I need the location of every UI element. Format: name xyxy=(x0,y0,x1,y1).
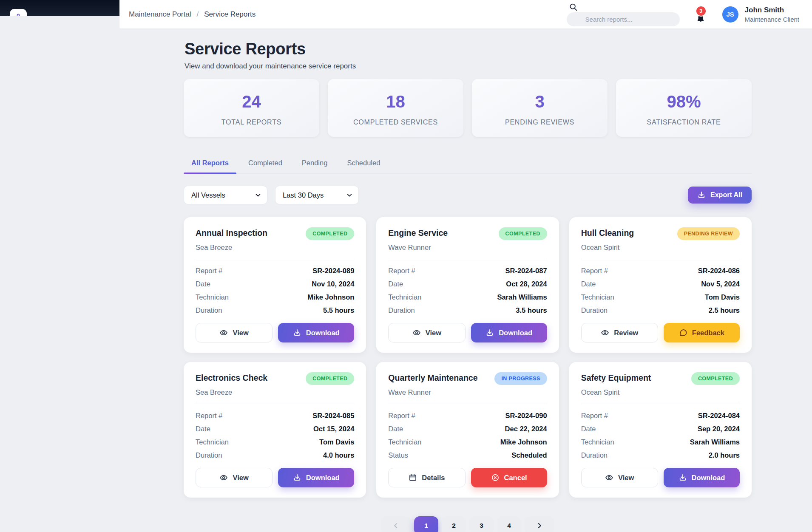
report-fields: Report # SR-2024-086 Date Nov 5, 2024 Te… xyxy=(581,267,740,314)
vessel-name: Sea Breeze xyxy=(196,388,354,396)
stat-label: TOTAL REPORTS xyxy=(221,119,281,126)
status-badge: COMPLETED xyxy=(499,227,547,240)
app-logo[interactable] xyxy=(10,9,27,16)
field-label: Status xyxy=(388,451,408,459)
search-input[interactable] xyxy=(567,12,680,26)
field-value: Sep 20, 2024 xyxy=(698,425,740,433)
next-page-button[interactable] xyxy=(525,516,554,532)
report-field-row: Date Oct 15, 2024 xyxy=(196,425,354,433)
field-label: Duration xyxy=(581,306,608,314)
breadcrumb-item-portal[interactable]: Maintenance Portal xyxy=(129,10,191,19)
field-value: 2.5 hours xyxy=(709,306,740,314)
action-label: Download xyxy=(499,329,532,337)
avatar[interactable]: JS xyxy=(722,6,738,23)
download-icon xyxy=(485,328,494,337)
tab-scheduled[interactable]: Scheduled xyxy=(339,155,388,173)
page-4-button[interactable]: 4 xyxy=(497,516,521,532)
eye-icon xyxy=(219,473,228,482)
action-label: Feedback xyxy=(692,329,724,337)
prev-page-button[interactable] xyxy=(381,516,411,532)
download-button[interactable]: Download xyxy=(278,468,354,487)
tab-pending[interactable]: Pending xyxy=(294,155,335,173)
view-button[interactable]: View xyxy=(388,323,465,342)
stats-row: 24 TOTAL REPORTS 18 COMPLETED SERVICES 3… xyxy=(184,79,752,137)
cancel-button[interactable]: Cancel xyxy=(471,468,547,487)
page-3-button[interactable]: 3 xyxy=(469,516,494,532)
action-label: Download xyxy=(692,474,725,482)
review-button[interactable]: Review xyxy=(581,323,658,342)
view-button[interactable]: View xyxy=(196,468,273,487)
report-field-row: Status Scheduled xyxy=(388,451,547,459)
action-label: Cancel xyxy=(504,474,527,482)
action-label: Review xyxy=(614,329,638,337)
field-value: 5.5 hours xyxy=(323,306,354,314)
details-button[interactable]: Details xyxy=(388,468,465,487)
export-all-button[interactable]: Export All xyxy=(688,187,752,204)
report-cards-grid: Annual Inspection COMPLETED Sea Breeze R… xyxy=(184,217,752,498)
eye-icon xyxy=(605,473,613,482)
download-button[interactable]: Download xyxy=(471,323,547,342)
search-icon[interactable] xyxy=(569,3,578,11)
field-label: Date xyxy=(196,425,210,433)
action-label: View xyxy=(233,329,248,337)
download-icon xyxy=(293,473,301,482)
field-value: Tom Davis xyxy=(705,293,740,301)
report-card: Hull Cleaning PENDING REVIEW Ocean Spiri… xyxy=(569,217,752,353)
eye-icon xyxy=(219,328,228,337)
divider xyxy=(581,404,740,404)
date-filter-select[interactable]: Last 30 Days xyxy=(275,186,359,204)
stat-value: 3 xyxy=(535,92,544,111)
page-subtitle: View and download your maintenance servi… xyxy=(185,62,752,71)
vessel-name: Sea Breeze xyxy=(196,243,354,252)
vessel-filter-select[interactable]: All Vessels xyxy=(184,186,267,204)
field-label: Date xyxy=(581,425,596,433)
view-button[interactable]: View xyxy=(581,468,658,487)
breadcrumb: Maintenance Portal / Service Reports xyxy=(129,10,256,19)
filter-bar: All Vessels Last 30 Days Export All xyxy=(184,186,752,204)
report-card-header: Safety Equipment COMPLETED xyxy=(581,372,740,385)
stat-value: 18 xyxy=(386,92,405,111)
field-label: Duration xyxy=(196,306,222,314)
status-badge: COMPLETED xyxy=(306,372,354,385)
report-field-row: Date Nov 5, 2024 xyxy=(581,280,740,288)
report-card-header: Hull Cleaning PENDING REVIEW xyxy=(581,227,740,240)
field-value: SR-2024-087 xyxy=(505,267,547,275)
field-value: SR-2024-085 xyxy=(312,412,354,420)
date-filter-value: Last 30 Days xyxy=(283,191,324,199)
field-value: SR-2024-089 xyxy=(312,267,354,275)
anchor-icon xyxy=(14,11,23,16)
view-button[interactable]: View xyxy=(196,323,273,342)
download-button[interactable]: Download xyxy=(278,323,354,342)
feedback-button[interactable]: Feedback xyxy=(664,323,740,342)
report-card: Electronics Check COMPLETED Sea Breeze R… xyxy=(184,362,366,498)
tab-all-reports[interactable]: All Reports xyxy=(184,155,236,173)
report-card: Engine Service COMPLETED Wave Runner Rep… xyxy=(376,217,559,353)
cancel-icon xyxy=(491,473,500,482)
field-label: Report # xyxy=(388,267,415,275)
divider xyxy=(388,259,547,259)
page-2-button[interactable]: 2 xyxy=(442,516,466,532)
eye-icon xyxy=(412,328,421,337)
report-field-row: Report # SR-2024-090 xyxy=(388,412,547,420)
page-1-button[interactable]: 1 xyxy=(414,516,438,532)
stat-card-completed-services: 18 COMPLETED SERVICES xyxy=(328,79,463,137)
chevron-left-icon xyxy=(392,521,400,530)
report-card: Annual Inspection COMPLETED Sea Breeze R… xyxy=(184,217,366,353)
stat-label: PENDING REVIEWS xyxy=(505,119,574,126)
report-card: Quarterly Maintenance IN PROGRESS Wave R… xyxy=(376,362,559,498)
field-value: Sarah Williams xyxy=(690,438,740,446)
report-field-row: Technician Mike Johnson xyxy=(196,293,354,301)
tab-completed[interactable]: Completed xyxy=(241,155,290,173)
status-badge: COMPLETED xyxy=(306,227,354,240)
search-area xyxy=(567,0,680,29)
divider xyxy=(388,404,547,404)
export-all-label: Export All xyxy=(710,191,742,199)
field-label: Technician xyxy=(581,438,614,446)
report-actions: View Download xyxy=(388,323,547,342)
download-button[interactable]: Download xyxy=(664,468,740,487)
action-label: Details xyxy=(422,474,445,482)
field-value: Oct 15, 2024 xyxy=(313,425,354,433)
notifications-button[interactable]: 3 xyxy=(695,6,706,23)
report-title: Hull Cleaning xyxy=(581,228,634,238)
report-title: Electronics Check xyxy=(196,373,267,383)
